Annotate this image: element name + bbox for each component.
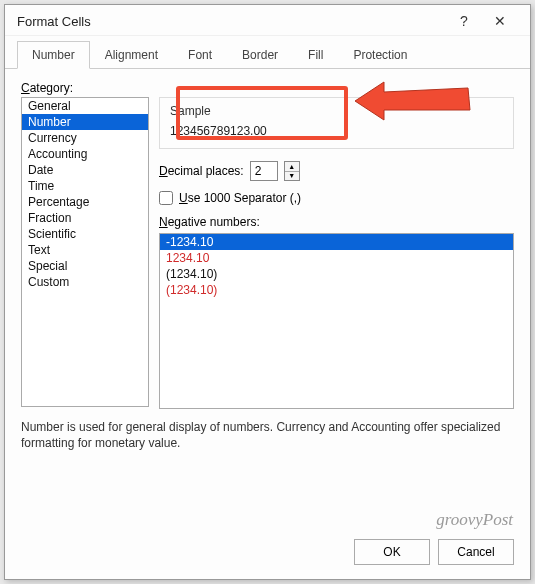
negative-number-item[interactable]: 1234.10	[160, 250, 513, 266]
category-item[interactable]: Accounting	[22, 146, 148, 162]
number-options-panel: Sample 123456789123.00 Decimal places: ▲…	[159, 97, 514, 409]
category-item[interactable]: Scientific	[22, 226, 148, 242]
category-item[interactable]: Custom	[22, 274, 148, 290]
negative-number-item[interactable]: (1234.10)	[160, 282, 513, 298]
decimal-places-input[interactable]	[250, 161, 278, 181]
tab-font[interactable]: Font	[173, 41, 227, 69]
tab-protection[interactable]: Protection	[338, 41, 422, 69]
decimal-places-row: Decimal places: ▲ ▼	[159, 161, 514, 181]
tab-number[interactable]: Number	[17, 41, 90, 69]
sample-value: 123456789123.00	[170, 124, 503, 138]
dialog-title: Format Cells	[17, 14, 91, 29]
sample-label: Sample	[170, 104, 503, 118]
ok-button[interactable]: OK	[354, 539, 430, 565]
negative-number-item[interactable]: -1234.10	[160, 234, 513, 250]
decimal-places-label: Decimal places:	[159, 164, 244, 178]
titlebar: Format Cells ? ✕	[5, 5, 530, 36]
category-item[interactable]: General	[22, 98, 148, 114]
tab-bar: NumberAlignmentFontBorderFillProtection	[5, 36, 530, 69]
spinner-up-icon[interactable]: ▲	[285, 162, 299, 172]
category-item[interactable]: Currency	[22, 130, 148, 146]
decimal-places-spinner[interactable]: ▲ ▼	[284, 161, 300, 181]
category-item[interactable]: Percentage	[22, 194, 148, 210]
category-item[interactable]: Special	[22, 258, 148, 274]
category-label: Category:	[21, 81, 73, 95]
category-item[interactable]: Date	[22, 162, 148, 178]
format-cells-dialog: Format Cells ? ✕ NumberAlignmentFontBord…	[4, 4, 531, 580]
negative-number-item[interactable]: (1234.10)	[160, 266, 513, 282]
help-button[interactable]: ?	[446, 13, 482, 29]
format-description: Number is used for general display of nu…	[5, 417, 530, 457]
dialog-button-row: OK Cancel	[5, 529, 530, 579]
negative-numbers-label: Negative numbers:	[159, 215, 514, 229]
thousand-separator-row: Use 1000 Separator (,)	[159, 191, 514, 205]
category-list[interactable]: GeneralNumberCurrencyAccountingDateTimeP…	[21, 97, 149, 407]
category-item[interactable]: Text	[22, 242, 148, 258]
category-item[interactable]: Fraction	[22, 210, 148, 226]
tab-border[interactable]: Border	[227, 41, 293, 69]
negative-numbers-list[interactable]: -1234.101234.10(1234.10)(1234.10)	[159, 233, 514, 409]
cancel-button[interactable]: Cancel	[438, 539, 514, 565]
spinner-down-icon[interactable]: ▼	[285, 172, 299, 181]
tab-fill[interactable]: Fill	[293, 41, 338, 69]
sample-group: Sample 123456789123.00	[159, 97, 514, 149]
thousand-separator-label: Use 1000 Separator (,)	[179, 191, 301, 205]
category-item[interactable]: Time	[22, 178, 148, 194]
tab-alignment[interactable]: Alignment	[90, 41, 173, 69]
thousand-separator-checkbox[interactable]	[159, 191, 173, 205]
category-item[interactable]: Number	[22, 114, 148, 130]
tab-content-number: Category: GeneralNumberCurrencyAccountin…	[5, 69, 530, 417]
close-button[interactable]: ✕	[482, 13, 518, 29]
